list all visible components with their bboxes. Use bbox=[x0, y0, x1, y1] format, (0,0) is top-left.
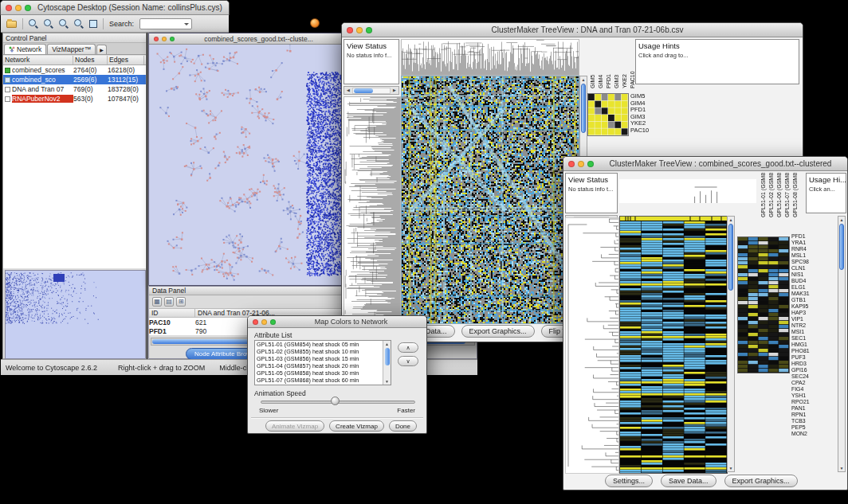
scrollbar-thumb[interactable] bbox=[581, 84, 586, 133]
zoom-selected-icon[interactable] bbox=[59, 19, 69, 29]
col-network[interactable]: Network bbox=[3, 56, 73, 64]
column-label[interactable]: GPL51-07 (GSM868 bbox=[783, 173, 791, 217]
heatmap-vertical-scrollbar[interactable] bbox=[727, 216, 735, 472]
gene-label[interactable]: NIS1 bbox=[791, 272, 836, 278]
tab-overflow-arrow[interactable]: ▶ bbox=[96, 45, 107, 54]
tab-network[interactable]: Network bbox=[4, 44, 46, 54]
attribute-item[interactable]: GPL51-07 (GSM868) heat shock 60 min bbox=[255, 377, 383, 384]
gene-label[interactable]: RNR4 bbox=[791, 246, 836, 252]
close-icon[interactable] bbox=[253, 319, 258, 325]
treeview-button[interactable]: Settings... bbox=[605, 475, 653, 487]
gene-label[interactable]: PAN1 bbox=[791, 405, 836, 412]
network-graph-canvas[interactable] bbox=[149, 45, 343, 285]
create-attribute-icon[interactable] bbox=[164, 297, 174, 307]
move-up-button[interactable]: ∧ bbox=[398, 342, 418, 353]
gene-label[interactable]: PHO81 bbox=[791, 348, 836, 354]
network-row[interactable]: combined_sco 2569(6) 13112(15) bbox=[3, 75, 146, 84]
minimize-icon[interactable] bbox=[15, 5, 22, 11]
move-down-button[interactable]: ∨ bbox=[398, 356, 418, 366]
attribute-item[interactable]: GPL51-03 (GSM856) heat shock 15 min bbox=[255, 355, 383, 362]
gene-label[interactable]: GTB1 bbox=[791, 297, 836, 303]
gene-label[interactable]: HAP3 bbox=[791, 310, 836, 316]
row-dendrogram[interactable] bbox=[344, 96, 401, 324]
gene-label[interactable]: YRA1 bbox=[791, 240, 836, 246]
scrollbar-track[interactable] bbox=[352, 88, 391, 94]
minimize-icon[interactable] bbox=[578, 161, 584, 167]
column-dendrogram[interactable] bbox=[619, 179, 756, 203]
heatmap-canvas[interactable] bbox=[619, 216, 728, 474]
gene-label[interactable]: PEP5 bbox=[791, 424, 836, 431]
treeview1-titlebar[interactable]: ClusterMaker TreeView : DNA and Tran 07-… bbox=[342, 23, 803, 37]
slider-knob[interactable] bbox=[331, 397, 340, 405]
gene-label[interactable]: VIP1 bbox=[791, 316, 836, 322]
listbox-scrollbar[interactable] bbox=[383, 341, 391, 385]
scroll-left-icon[interactable] bbox=[344, 87, 352, 94]
close-icon[interactable] bbox=[6, 5, 12, 11]
gene-label[interactable]: KAP95 bbox=[791, 303, 836, 310]
network-view-titlebar[interactable]: combined_scores_good.txt--cluste... bbox=[149, 33, 343, 45]
gene-label[interactable]: ELG1 bbox=[791, 284, 836, 291]
gene-label[interactable]: RPO21 bbox=[791, 399, 836, 405]
gene-label[interactable]: PFD1 bbox=[791, 233, 836, 240]
open-session-icon[interactable] bbox=[6, 21, 17, 28]
gene-label[interactable]: GPI16 bbox=[791, 367, 836, 373]
close-icon[interactable] bbox=[154, 37, 159, 41]
maximize-icon[interactable] bbox=[270, 319, 276, 325]
gene-label[interactable]: MON2 bbox=[791, 431, 836, 437]
col-edges[interactable]: Edges bbox=[108, 56, 144, 64]
gene-label[interactable]: MSI1 bbox=[791, 329, 836, 335]
dialog-button[interactable]: Create Vizmap bbox=[329, 420, 384, 432]
gene-label[interactable]: MSL1 bbox=[791, 252, 836, 259]
network-row[interactable]: combined_scores 2764(0) 16218(0) bbox=[3, 65, 146, 75]
maximize-icon[interactable] bbox=[587, 161, 594, 167]
gene-label[interactable]: BUD4 bbox=[791, 278, 836, 284]
column-label[interactable]: GPL51-08 (GSM872 bbox=[791, 173, 799, 217]
scrollbar-thumb[interactable] bbox=[728, 224, 733, 291]
gene-label[interactable]: PUF3 bbox=[791, 354, 836, 361]
labels-vertical-scrollbar[interactable] bbox=[838, 216, 846, 472]
tab-vizmapper[interactable]: VizMapper™ bbox=[47, 44, 96, 54]
close-icon[interactable] bbox=[568, 161, 575, 167]
gene-label[interactable]: MAK31 bbox=[791, 291, 836, 297]
search-combobox[interactable] bbox=[139, 18, 192, 29]
col-nodes[interactable]: Nodes bbox=[73, 56, 108, 64]
attribute-item[interactable]: GPL51-01 (GSM854) heat shock 05 min bbox=[255, 341, 383, 348]
gene-label[interactable]: SEC24 bbox=[791, 373, 836, 380]
gene-label[interactable]: RPN1 bbox=[791, 412, 836, 418]
maximize-icon[interactable] bbox=[366, 27, 372, 33]
column-label[interactable]: GIM5 bbox=[589, 39, 596, 88]
minimize-icon[interactable] bbox=[261, 319, 267, 325]
zoom-heatmap-canvas[interactable] bbox=[587, 93, 629, 136]
zoom-heatmap-canvas[interactable] bbox=[737, 236, 790, 373]
column-label[interactable]: GIM3 bbox=[613, 39, 620, 88]
network-row[interactable]: DNA and Tran 07 769(0) 183728(0) bbox=[3, 84, 146, 94]
gene-label[interactable]: YSH1 bbox=[791, 393, 836, 399]
treeview2-titlebar[interactable]: ClusterMaker TreeView : combined_scores_… bbox=[563, 157, 847, 171]
dialog-button[interactable]: Done bbox=[389, 420, 417, 432]
minimize-icon[interactable] bbox=[356, 27, 363, 33]
zoom-fit-icon[interactable] bbox=[74, 19, 84, 29]
column-label[interactable]: GPL51-01 (GSM854 bbox=[760, 173, 767, 217]
gene-label[interactable]: HRD3 bbox=[791, 361, 836, 367]
gene-label[interactable]: CPA2 bbox=[791, 380, 836, 386]
row-dendrogram[interactable] bbox=[565, 217, 619, 474]
attribute-item[interactable]: GPL51-05 (GSM858) heat shock 30 min bbox=[255, 369, 383, 377]
attribute-item[interactable]: GPL51-04 (GSM857) heat shock 20 min bbox=[255, 362, 383, 369]
column-label[interactable]: YKE2 bbox=[621, 39, 628, 88]
column-dendrogram[interactable] bbox=[401, 39, 579, 76]
treeview-button[interactable]: Save Data... bbox=[661, 475, 716, 487]
column-label[interactable]: GPL51-06 (GSM865 bbox=[775, 173, 783, 217]
attribute-listbox[interactable]: GPL51-01 (GSM854) heat shock 05 minGPL51… bbox=[254, 340, 391, 385]
close-icon[interactable] bbox=[347, 27, 353, 33]
scrollbar-thumb[interactable] bbox=[385, 348, 390, 365]
scroll-right-icon[interactable] bbox=[391, 87, 398, 94]
gene-label[interactable]: NTR2 bbox=[791, 322, 836, 329]
column-label[interactable]: PFD1 bbox=[605, 39, 612, 88]
scrollbar-thumb[interactable] bbox=[839, 224, 844, 270]
treeview-button[interactable]: Export Graphics... bbox=[461, 325, 535, 338]
dialog-titlebar[interactable]: Map Colors to Network bbox=[248, 316, 426, 328]
dialog-button[interactable]: Animate Vizmap bbox=[265, 420, 324, 432]
maximize-icon[interactable] bbox=[25, 5, 31, 11]
treeview-button[interactable]: Export Graphics... bbox=[724, 475, 798, 487]
column-label[interactable]: GIM4 bbox=[597, 39, 604, 88]
